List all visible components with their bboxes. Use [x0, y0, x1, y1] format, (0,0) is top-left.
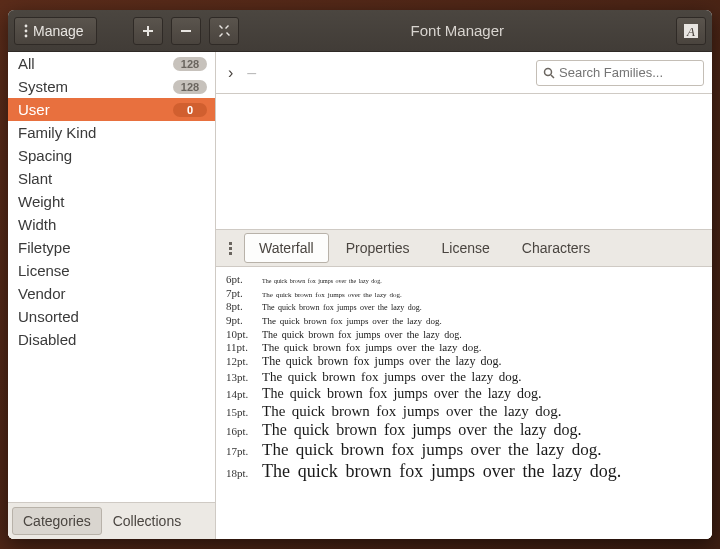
waterfall-sample-text: The quick brown fox jumps over the lazy … — [262, 355, 502, 369]
sidebar-item-weight[interactable]: Weight — [8, 190, 215, 213]
sidebar-item-license[interactable]: License — [8, 259, 215, 282]
titlebar: Manage Font Manager A — [8, 10, 712, 52]
sidebar-item-label: Spacing — [18, 147, 72, 164]
sidebar-item-family-kind[interactable]: Family Kind — [8, 121, 215, 144]
sidebar: All128System128User0Family KindSpacingSl… — [8, 52, 216, 539]
svg-point-1 — [25, 29, 28, 32]
tab-collections[interactable]: Collections — [102, 507, 192, 535]
window-body: All128System128User0Family KindSpacingSl… — [8, 52, 712, 539]
tab-categories[interactable]: Categories — [12, 507, 102, 535]
waterfall-sample-text: The quick brown fox jumps over the lazy … — [262, 278, 382, 285]
plus-icon — [142, 25, 154, 37]
font-preview-toggle[interactable]: A — [676, 17, 706, 45]
waterfall-size-label: 7pt. — [226, 287, 262, 300]
waterfall-size-label: 11pt. — [226, 341, 262, 354]
waterfall-sample-text: The quick brown fox jumps over the lazy … — [262, 403, 561, 420]
manage-label: Manage — [33, 23, 84, 39]
breadcrumb-bar: › – — [216, 52, 712, 94]
search-box[interactable] — [536, 60, 704, 86]
sidebar-item-label: Slant — [18, 170, 52, 187]
sidebar-item-user[interactable]: User0 — [8, 98, 215, 121]
sidebar-tabs: Categories Collections — [8, 502, 215, 539]
waterfall-line: 11pt.The quick brown fox jumps over the … — [226, 341, 712, 354]
waterfall-line: 9pt.The quick brown fox jumps over the l… — [226, 314, 712, 327]
sidebar-item-system[interactable]: System128 — [8, 75, 215, 98]
sidebar-item-label: Filetype — [18, 239, 71, 256]
waterfall-size-label: 17pt. — [226, 445, 262, 458]
app-window: Manage Font Manager A All128System128Use… — [8, 10, 712, 539]
font-a-icon: A — [683, 23, 699, 39]
waterfall-sample-text: The quick brown fox jumps over the lazy … — [262, 303, 422, 312]
tools-icon — [217, 24, 231, 38]
waterfall-line: 15pt.The quick brown fox jumps over the … — [226, 403, 712, 420]
sidebar-item-disabled[interactable]: Disabled — [8, 328, 215, 351]
waterfall-size-label: 9pt. — [226, 314, 262, 327]
window-title: Font Manager — [411, 22, 504, 39]
waterfall-size-label: 13pt. — [226, 371, 262, 384]
search-icon — [543, 67, 555, 79]
waterfall-sample-text: The quick brown fox jumps over the lazy … — [262, 386, 542, 402]
waterfall-size-label: 10pt. — [226, 328, 262, 341]
waterfall-size-label: 16pt. — [226, 425, 262, 438]
waterfall-line: 17pt.The quick brown fox jumps over the … — [226, 440, 712, 460]
manage-button[interactable]: Manage — [14, 17, 97, 45]
svg-text:A: A — [686, 24, 695, 39]
waterfall-line: 10pt.The quick brown fox jumps over the … — [226, 328, 712, 341]
menu-dots-icon — [23, 24, 29, 38]
waterfall-line: 8pt.The quick brown fox jumps over the l… — [226, 300, 712, 313]
grip-icon[interactable] — [222, 242, 238, 255]
waterfall-sample-text: The quick brown fox jumps over the lazy … — [262, 329, 462, 341]
sidebar-item-width[interactable]: Width — [8, 213, 215, 236]
add-button[interactable] — [133, 17, 163, 45]
waterfall-size-label: 18pt. — [226, 467, 262, 480]
sidebar-item-label: Family Kind — [18, 124, 96, 141]
svg-rect-4 — [143, 30, 153, 32]
search-input[interactable] — [559, 65, 697, 80]
svg-rect-5 — [181, 30, 191, 32]
settings-button[interactable] — [209, 17, 239, 45]
sidebar-item-unsorted[interactable]: Unsorted — [8, 305, 215, 328]
main-pane: › – Waterfall Properties License Charact… — [216, 52, 712, 539]
svg-point-8 — [545, 68, 552, 75]
sidebar-item-filetype[interactable]: Filetype — [8, 236, 215, 259]
svg-point-0 — [25, 24, 28, 27]
preview-tabbar: Waterfall Properties License Characters — [216, 229, 712, 267]
sidebar-item-label: System — [18, 78, 68, 95]
tab-characters[interactable]: Characters — [507, 233, 605, 263]
waterfall-line: 6pt.The quick brown fox jumps over the l… — [226, 273, 712, 286]
breadcrumb-placeholder: – — [247, 64, 256, 82]
sidebar-item-vendor[interactable]: Vendor — [8, 282, 215, 305]
chevron-right-icon[interactable]: › — [224, 62, 237, 84]
minus-icon — [180, 25, 192, 37]
tab-license[interactable]: License — [427, 233, 505, 263]
count-badge: 0 — [173, 103, 207, 117]
family-list-empty — [216, 94, 712, 229]
waterfall-line: 14pt.The quick brown fox jumps over the … — [226, 386, 712, 402]
tab-properties[interactable]: Properties — [331, 233, 425, 263]
waterfall-sample-text: The quick brown fox jumps over the lazy … — [262, 440, 601, 460]
waterfall-size-label: 6pt. — [226, 273, 262, 286]
svg-line-9 — [551, 75, 554, 78]
waterfall-sample-text: The quick brown fox jumps over the lazy … — [262, 316, 442, 326]
sidebar-item-spacing[interactable]: Spacing — [8, 144, 215, 167]
sidebar-item-label: Vendor — [18, 285, 66, 302]
sidebar-item-label: Width — [18, 216, 56, 233]
count-badge: 128 — [173, 57, 207, 71]
sidebar-item-slant[interactable]: Slant — [8, 167, 215, 190]
waterfall-line: 13pt.The quick brown fox jumps over the … — [226, 370, 712, 385]
waterfall-sample-text: The quick brown fox jumps over the lazy … — [262, 421, 581, 439]
waterfall-line: 7pt.The quick brown fox jumps over the l… — [226, 287, 712, 300]
waterfall-preview: 6pt.The quick brown fox jumps over the l… — [216, 267, 712, 539]
waterfall-size-label: 8pt. — [226, 300, 262, 313]
waterfall-sample-text: The quick brown fox jumps over the lazy … — [262, 370, 522, 385]
waterfall-size-label: 12pt. — [226, 355, 262, 368]
sidebar-item-label: User — [18, 101, 50, 118]
sidebar-item-all[interactable]: All128 — [8, 52, 215, 75]
tab-waterfall[interactable]: Waterfall — [244, 233, 329, 263]
sidebar-item-label: Weight — [18, 193, 64, 210]
waterfall-size-label: 14pt. — [226, 388, 262, 401]
sidebar-item-label: Unsorted — [18, 308, 79, 325]
waterfall-line: 12pt.The quick brown fox jumps over the … — [226, 355, 712, 369]
remove-button[interactable] — [171, 17, 201, 45]
svg-point-2 — [25, 34, 28, 37]
